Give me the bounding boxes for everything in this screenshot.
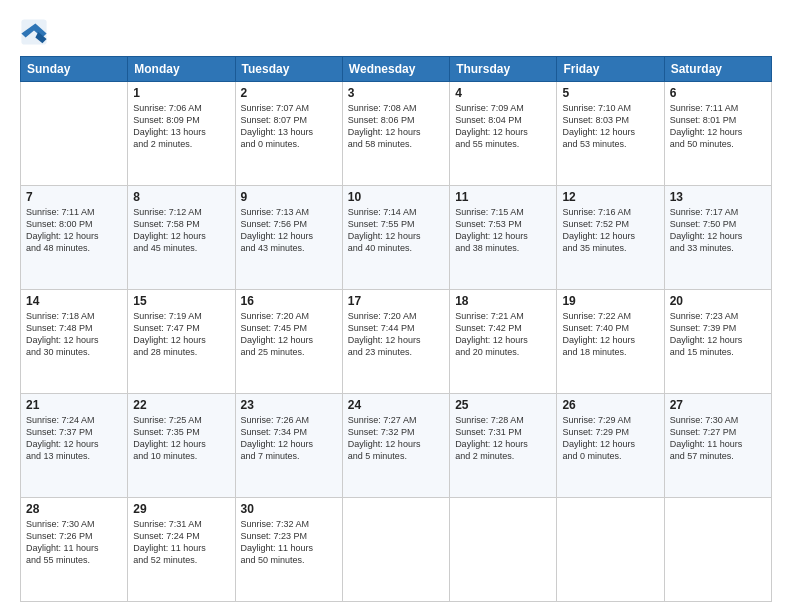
day-info: Sunrise: 7:18 AM Sunset: 7:48 PM Dayligh… (26, 310, 122, 359)
day-number: 4 (455, 86, 551, 100)
day-info: Sunrise: 7:27 AM Sunset: 7:32 PM Dayligh… (348, 414, 444, 463)
calendar-day-cell (557, 498, 664, 602)
day-info: Sunrise: 7:31 AM Sunset: 7:24 PM Dayligh… (133, 518, 229, 567)
day-number: 28 (26, 502, 122, 516)
day-info: Sunrise: 7:13 AM Sunset: 7:56 PM Dayligh… (241, 206, 337, 255)
day-info: Sunrise: 7:17 AM Sunset: 7:50 PM Dayligh… (670, 206, 766, 255)
day-number: 8 (133, 190, 229, 204)
day-number: 25 (455, 398, 551, 412)
calendar-day-cell: 6Sunrise: 7:11 AM Sunset: 8:01 PM Daylig… (664, 82, 771, 186)
calendar-week-row: 14Sunrise: 7:18 AM Sunset: 7:48 PM Dayli… (21, 290, 772, 394)
calendar-day-cell: 11Sunrise: 7:15 AM Sunset: 7:53 PM Dayli… (450, 186, 557, 290)
day-info: Sunrise: 7:22 AM Sunset: 7:40 PM Dayligh… (562, 310, 658, 359)
day-number: 5 (562, 86, 658, 100)
calendar-day-cell: 2Sunrise: 7:07 AM Sunset: 8:07 PM Daylig… (235, 82, 342, 186)
day-info: Sunrise: 7:07 AM Sunset: 8:07 PM Dayligh… (241, 102, 337, 151)
day-info: Sunrise: 7:30 AM Sunset: 7:26 PM Dayligh… (26, 518, 122, 567)
day-number: 23 (241, 398, 337, 412)
day-info: Sunrise: 7:10 AM Sunset: 8:03 PM Dayligh… (562, 102, 658, 151)
calendar-day-cell: 7Sunrise: 7:11 AM Sunset: 8:00 PM Daylig… (21, 186, 128, 290)
calendar-day-cell: 30Sunrise: 7:32 AM Sunset: 7:23 PM Dayli… (235, 498, 342, 602)
calendar-day-cell: 3Sunrise: 7:08 AM Sunset: 8:06 PM Daylig… (342, 82, 449, 186)
calendar-day-cell: 18Sunrise: 7:21 AM Sunset: 7:42 PM Dayli… (450, 290, 557, 394)
day-number: 18 (455, 294, 551, 308)
day-info: Sunrise: 7:11 AM Sunset: 8:01 PM Dayligh… (670, 102, 766, 151)
day-info: Sunrise: 7:26 AM Sunset: 7:34 PM Dayligh… (241, 414, 337, 463)
calendar-day-header: Tuesday (235, 57, 342, 82)
calendar-day-cell: 5Sunrise: 7:10 AM Sunset: 8:03 PM Daylig… (557, 82, 664, 186)
day-info: Sunrise: 7:20 AM Sunset: 7:44 PM Dayligh… (348, 310, 444, 359)
day-info: Sunrise: 7:28 AM Sunset: 7:31 PM Dayligh… (455, 414, 551, 463)
day-info: Sunrise: 7:29 AM Sunset: 7:29 PM Dayligh… (562, 414, 658, 463)
day-info: Sunrise: 7:14 AM Sunset: 7:55 PM Dayligh… (348, 206, 444, 255)
day-info: Sunrise: 7:24 AM Sunset: 7:37 PM Dayligh… (26, 414, 122, 463)
day-number: 10 (348, 190, 444, 204)
calendar-day-header: Friday (557, 57, 664, 82)
calendar-header-row: SundayMondayTuesdayWednesdayThursdayFrid… (21, 57, 772, 82)
calendar-day-cell: 1Sunrise: 7:06 AM Sunset: 8:09 PM Daylig… (128, 82, 235, 186)
calendar-day-cell (664, 498, 771, 602)
calendar-day-cell: 4Sunrise: 7:09 AM Sunset: 8:04 PM Daylig… (450, 82, 557, 186)
day-number: 24 (348, 398, 444, 412)
calendar-day-cell: 17Sunrise: 7:20 AM Sunset: 7:44 PM Dayli… (342, 290, 449, 394)
calendar-day-header: Saturday (664, 57, 771, 82)
calendar-day-cell: 27Sunrise: 7:30 AM Sunset: 7:27 PM Dayli… (664, 394, 771, 498)
day-number: 19 (562, 294, 658, 308)
day-info: Sunrise: 7:15 AM Sunset: 7:53 PM Dayligh… (455, 206, 551, 255)
day-info: Sunrise: 7:06 AM Sunset: 8:09 PM Dayligh… (133, 102, 229, 151)
day-info: Sunrise: 7:23 AM Sunset: 7:39 PM Dayligh… (670, 310, 766, 359)
day-number: 16 (241, 294, 337, 308)
calendar-week-row: 7Sunrise: 7:11 AM Sunset: 8:00 PM Daylig… (21, 186, 772, 290)
day-number: 9 (241, 190, 337, 204)
header (20, 18, 772, 46)
calendar-day-header: Monday (128, 57, 235, 82)
calendar-day-cell: 25Sunrise: 7:28 AM Sunset: 7:31 PM Dayli… (450, 394, 557, 498)
day-number: 20 (670, 294, 766, 308)
day-info: Sunrise: 7:30 AM Sunset: 7:27 PM Dayligh… (670, 414, 766, 463)
day-number: 27 (670, 398, 766, 412)
calendar-day-cell: 10Sunrise: 7:14 AM Sunset: 7:55 PM Dayli… (342, 186, 449, 290)
calendar-day-cell: 23Sunrise: 7:26 AM Sunset: 7:34 PM Dayli… (235, 394, 342, 498)
calendar-day-cell: 19Sunrise: 7:22 AM Sunset: 7:40 PM Dayli… (557, 290, 664, 394)
calendar-day-cell: 13Sunrise: 7:17 AM Sunset: 7:50 PM Dayli… (664, 186, 771, 290)
day-info: Sunrise: 7:08 AM Sunset: 8:06 PM Dayligh… (348, 102, 444, 151)
day-number: 7 (26, 190, 122, 204)
calendar-day-cell: 16Sunrise: 7:20 AM Sunset: 7:45 PM Dayli… (235, 290, 342, 394)
calendar-day-cell (21, 82, 128, 186)
logo-icon (20, 18, 48, 46)
day-number: 26 (562, 398, 658, 412)
calendar-day-cell: 28Sunrise: 7:30 AM Sunset: 7:26 PM Dayli… (21, 498, 128, 602)
day-number: 12 (562, 190, 658, 204)
day-number: 17 (348, 294, 444, 308)
calendar-day-header: Wednesday (342, 57, 449, 82)
calendar-week-row: 21Sunrise: 7:24 AM Sunset: 7:37 PM Dayli… (21, 394, 772, 498)
day-number: 15 (133, 294, 229, 308)
day-info: Sunrise: 7:19 AM Sunset: 7:47 PM Dayligh… (133, 310, 229, 359)
day-number: 2 (241, 86, 337, 100)
day-number: 14 (26, 294, 122, 308)
day-info: Sunrise: 7:32 AM Sunset: 7:23 PM Dayligh… (241, 518, 337, 567)
calendar-day-cell: 9Sunrise: 7:13 AM Sunset: 7:56 PM Daylig… (235, 186, 342, 290)
day-info: Sunrise: 7:12 AM Sunset: 7:58 PM Dayligh… (133, 206, 229, 255)
page: SundayMondayTuesdayWednesdayThursdayFrid… (0, 0, 792, 612)
day-info: Sunrise: 7:11 AM Sunset: 8:00 PM Dayligh… (26, 206, 122, 255)
day-info: Sunrise: 7:16 AM Sunset: 7:52 PM Dayligh… (562, 206, 658, 255)
calendar-table: SundayMondayTuesdayWednesdayThursdayFrid… (20, 56, 772, 602)
calendar-week-row: 28Sunrise: 7:30 AM Sunset: 7:26 PM Dayli… (21, 498, 772, 602)
calendar-day-cell: 24Sunrise: 7:27 AM Sunset: 7:32 PM Dayli… (342, 394, 449, 498)
day-number: 13 (670, 190, 766, 204)
day-info: Sunrise: 7:20 AM Sunset: 7:45 PM Dayligh… (241, 310, 337, 359)
day-number: 30 (241, 502, 337, 516)
calendar-day-cell: 26Sunrise: 7:29 AM Sunset: 7:29 PM Dayli… (557, 394, 664, 498)
day-info: Sunrise: 7:25 AM Sunset: 7:35 PM Dayligh… (133, 414, 229, 463)
day-number: 1 (133, 86, 229, 100)
day-number: 22 (133, 398, 229, 412)
logo (20, 18, 52, 46)
day-number: 3 (348, 86, 444, 100)
calendar-day-cell: 20Sunrise: 7:23 AM Sunset: 7:39 PM Dayli… (664, 290, 771, 394)
day-info: Sunrise: 7:21 AM Sunset: 7:42 PM Dayligh… (455, 310, 551, 359)
day-number: 29 (133, 502, 229, 516)
calendar-day-header: Sunday (21, 57, 128, 82)
calendar-day-cell: 14Sunrise: 7:18 AM Sunset: 7:48 PM Dayli… (21, 290, 128, 394)
day-info: Sunrise: 7:09 AM Sunset: 8:04 PM Dayligh… (455, 102, 551, 151)
